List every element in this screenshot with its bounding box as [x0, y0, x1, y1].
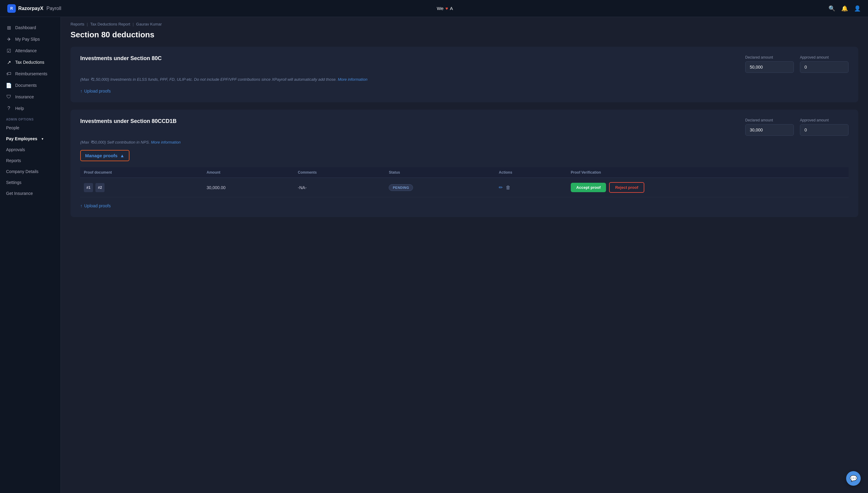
sidebar-item-settings[interactable]: Settings [0, 177, 60, 188]
sidebar-item-label: Attendance [15, 48, 37, 53]
sidebar-item-label: Company Details [6, 169, 39, 174]
sidebar-item-pay-employees[interactable]: Pay Employees ▾ [0, 133, 60, 144]
card-amounts-80ccd1b: Declared amount Approved amount [745, 118, 849, 136]
sidebar-item-attendance[interactable]: ☑ Attendance [0, 45, 60, 57]
manage-proofs-label: Manage proofs [85, 153, 118, 158]
sidebar-item-tax-deductions[interactable]: ↗ Tax Deductions [0, 57, 60, 68]
col-status: Status [385, 167, 495, 178]
card-title-80c: Investments under Section 80C [80, 55, 162, 62]
col-proof-verification: Proof Verification [567, 167, 849, 178]
comments-cell: -NA- [294, 178, 385, 197]
reject-proof-button[interactable]: Reject proof [609, 182, 644, 193]
sidebar-item-help[interactable]: ? Help [0, 103, 60, 114]
sidebar-item-label: Documents [15, 83, 37, 88]
chat-bubble[interactable]: 💬 [846, 471, 861, 486]
main-layout: ⊞ Dashboard ✈ My Pay Slips ☑ Attendance … [0, 17, 868, 493]
proof-badge-2[interactable]: #2 [96, 183, 104, 192]
heart-icon: ♥ [445, 6, 448, 11]
proof-badge-1[interactable]: #1 [84, 183, 93, 192]
sidebar-item-reports[interactable]: Reports [0, 155, 60, 166]
chevron-up-icon: ▲ [120, 153, 125, 158]
col-actions: Actions [495, 167, 567, 178]
sidebar-item-label: Insurance [15, 94, 34, 99]
proof-table-head: Proof document Amount Comments Status Ac… [80, 167, 849, 178]
card-left-80c: Investments under Section 80C [80, 55, 162, 62]
declared-input-80ccd1b[interactable] [745, 124, 794, 136]
topnav-tagline: We ♥ A [437, 6, 453, 11]
logo: R RazorpayX Payroll [7, 4, 61, 13]
status-badge: PENDING [389, 184, 413, 191]
declared-group-80ccd1b: Declared amount [745, 118, 794, 136]
upload-proofs-80c[interactable]: ↑ Upload proofs [80, 89, 110, 93]
approved-input-80c[interactable] [800, 61, 849, 73]
user-icon[interactable]: 👤 [854, 5, 861, 12]
table-row: #1 #2 30,000.00 -NA- PENDING ✏ 🗑 [80, 178, 849, 197]
edit-icon[interactable]: ✏ [499, 185, 503, 190]
breadcrumb-sep-1: | [87, 22, 88, 26]
approved-input-80ccd1b[interactable] [800, 124, 849, 136]
actions-cell: ✏ 🗑 [495, 178, 567, 197]
breadcrumb-tax-deductions-report[interactable]: Tax Deductions Report [90, 22, 130, 26]
approved-group-80c: Approved amount [800, 55, 849, 73]
sidebar-item-company-details[interactable]: Company Details [0, 166, 60, 177]
card-desc-80c: (Max ₹1,50,000) Investments in ELSS fund… [80, 77, 849, 83]
sidebar-item-get-insurance[interactable]: Get Insurance [0, 188, 60, 199]
sidebar-item-label: Reports [6, 158, 21, 163]
card-header-80ccd1b: Investments under Section 80CCD1B Declar… [80, 118, 849, 136]
col-comments: Comments [294, 167, 385, 178]
sidebar-item-label: Dashboard [15, 25, 36, 30]
card-header-80c: Investments under Section 80C Declared a… [80, 55, 849, 73]
content: Reports | Tax Deductions Report | Gaurav… [61, 17, 868, 493]
insurance-icon: 🛡 [6, 94, 12, 100]
table-header-row: Proof document Amount Comments Status Ac… [80, 167, 849, 178]
help-icon: ? [6, 106, 12, 111]
page-title: Section 80 deductions [61, 29, 868, 47]
attendance-icon: ☑ [6, 48, 12, 53]
breadcrumb-sep-2: | [133, 22, 134, 26]
proof-verification-cell: Accept proof Reject proof [567, 178, 849, 197]
upload-icon-80c: ↑ [80, 89, 82, 93]
sidebar-item-payslips[interactable]: ✈ My Pay Slips [0, 34, 60, 45]
approved-group-80ccd1b: Approved amount [800, 118, 849, 136]
breadcrumb-reports[interactable]: Reports [70, 22, 84, 26]
declared-label-80c: Declared amount [745, 55, 794, 60]
delete-icon[interactable]: 🗑 [506, 185, 510, 190]
declared-input-80c[interactable] [745, 61, 794, 73]
more-info-link-80ccd1b[interactable]: More information [151, 140, 181, 145]
reimbursements-icon: 🏷 [6, 71, 12, 77]
tax-icon: ↗ [6, 60, 12, 65]
breadcrumb-gaurav-kumar: Gaurav Kumar [136, 22, 162, 26]
search-icon[interactable]: 🔍 [828, 5, 835, 12]
payslips-icon: ✈ [6, 37, 12, 42]
tagline-a: A [450, 6, 453, 11]
sidebar-item-insurance[interactable]: 🛡 Insurance [0, 91, 60, 103]
sidebar-item-dashboard[interactable]: ⊞ Dashboard [0, 22, 60, 34]
upload-proofs-80ccd1b[interactable]: ↑ Upload proofs [80, 203, 110, 208]
sidebar-item-approvals[interactable]: Approvals [0, 144, 60, 155]
sidebar-item-reimbursements[interactable]: 🏷 Reimbursements [0, 68, 60, 80]
sidebar: ⊞ Dashboard ✈ My Pay Slips ☑ Attendance … [0, 17, 61, 493]
accept-proof-button[interactable]: Accept proof [571, 183, 606, 192]
proof-table-body: #1 #2 30,000.00 -NA- PENDING ✏ 🗑 [80, 178, 849, 197]
approved-label-80c: Approved amount [800, 55, 849, 60]
dashboard-icon: ⊞ [6, 25, 12, 30]
col-proof-document: Proof document [80, 167, 203, 178]
logo-sub: Payroll [46, 6, 61, 11]
more-info-link-80c[interactable]: More information [338, 77, 367, 82]
chat-icon: 💬 [850, 475, 857, 482]
col-amount: Amount [203, 167, 294, 178]
sidebar-item-documents[interactable]: 📄 Documents [0, 80, 60, 91]
card-amounts-80c: Declared amount Approved amount [745, 55, 849, 73]
sidebar-item-label: My Pay Slips [15, 37, 40, 42]
topnav: R RazorpayX Payroll We ♥ A 🔍 🔔 👤 [0, 0, 868, 17]
chevron-down-icon: ▾ [42, 137, 43, 141]
section-80ccd1b-card: Investments under Section 80CCD1B Declar… [70, 110, 858, 217]
bell-icon[interactable]: 🔔 [841, 5, 848, 12]
topnav-icons: 🔍 🔔 👤 [828, 5, 861, 12]
proof-doc-cell: #1 #2 [80, 178, 203, 197]
sidebar-item-people[interactable]: People [0, 122, 60, 133]
proof-verification-actions: Accept proof Reject proof [571, 182, 845, 193]
manage-proofs-button[interactable]: Manage proofs ▲ [80, 150, 129, 161]
sidebar-item-label: Settings [6, 180, 22, 185]
tagline-we: We [437, 6, 443, 11]
